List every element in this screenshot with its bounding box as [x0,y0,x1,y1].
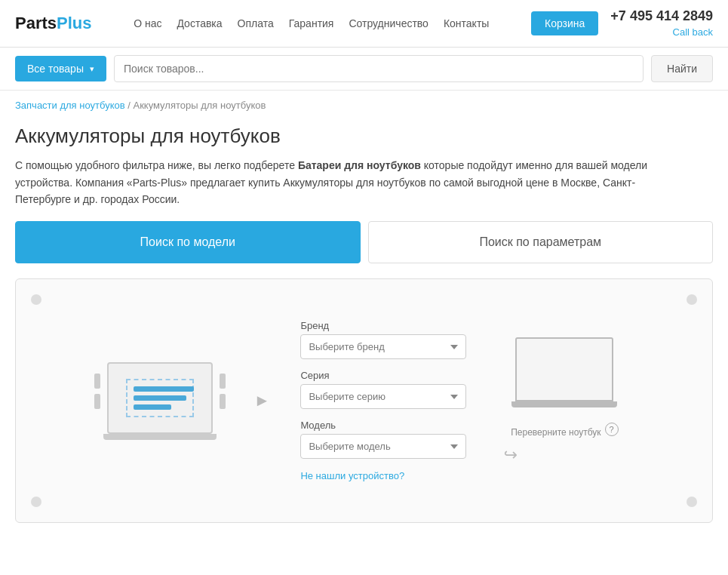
arrow-right-icon: ► [254,391,271,410]
brand-label: Бренд [300,320,466,331]
phone-number: +7 495 414 2849 [610,8,713,25]
widget-circle-tr [687,294,697,305]
nav-delivery[interactable]: Доставка [177,17,222,29]
all-goods-button[interactable]: Все товары ▾ [15,56,106,81]
nav-cooperation[interactable]: Сотрудничество [349,17,428,29]
series-group: Серия Выберите серию [300,370,466,409]
screen-line-3 [134,404,171,410]
side-handle-right-bottom [220,394,226,409]
all-goods-label: Все товары [27,63,84,75]
screen-line-1 [134,386,194,392]
page-description: С помощью удобного фильтра ниже, вы легк… [0,157,679,221]
screen-content [126,379,194,417]
brand-group: Бренд Выберите бренд [300,320,466,359]
finder-inner: ► Бренд Выберите бренд Серия Выберите се… [31,312,697,489]
logo: Parts Plus [15,14,92,33]
laptop-screen [107,362,213,434]
nav-payment[interactable]: Оплата [238,17,274,29]
logo-plus: Plus [57,14,91,33]
chevron-down-icon: ▾ [90,64,94,74]
widget-circle-br [687,497,697,507]
side-handle-left-top [94,374,100,389]
finder-form: Бренд Выберите бренд Серия Выберите сери… [300,320,466,481]
laptop-base-right [511,401,617,407]
search-input[interactable] [114,55,644,82]
logo-parts: Parts [15,14,57,33]
model-select[interactable]: Выберите модель [300,434,466,459]
series-label: Серия [300,370,466,381]
question-icon[interactable]: ? [605,423,619,436]
desc-bold: Батареи для ноутбуков [298,159,421,171]
phone-block: +7 495 414 2849 Call back [610,8,713,39]
side-handle-left-bottom [94,394,100,409]
tab-param-search[interactable]: Поиск по параметрам [368,221,714,263]
laptop-base [103,434,217,440]
callback-link[interactable]: Call back [673,26,713,38]
laptop-right [511,337,617,407]
flip-label: Переверните ноутбук [511,427,601,438]
model-label: Модель [300,420,466,431]
breadcrumb: Запчасти для ноутбуков / Аккумуляторы дл… [0,91,728,120]
search-button[interactable]: Найти [651,55,713,82]
nav-about[interactable]: О нас [134,17,161,29]
arrow-curved-icon: ↩ [504,445,518,465]
search-tabs: Поиск по модели Поиск по параметрам [0,221,728,278]
laptop-screen-right [515,337,613,401]
brand-select[interactable]: Выберите бренд [300,334,466,359]
desc-text-1: С помощью удобного фильтра ниже, вы легк… [15,159,298,171]
tab-model-search[interactable]: Поиск по модели [15,221,361,263]
finder-widget: ► Бренд Выберите бренд Серия Выберите се… [15,278,713,523]
breadcrumb-laptops[interactable]: Запчасти для ноутбуков [15,100,125,111]
model-group: Модель Выберите модель [300,420,466,459]
breadcrumb-current: Аккумуляторы для ноутбуков [133,100,266,111]
page-title: Аккумуляторы для ноутбуков [0,120,728,157]
cart-button[interactable]: Корзина [531,11,598,35]
screen-line-2 [134,395,186,401]
search-bar: Все товары ▾ Найти [0,48,728,91]
nav-guarantee[interactable]: Гарантия [289,17,334,29]
laptop-illustration-right: Переверните ноутбук ? ↩ [496,337,632,465]
side-handle-right-top [220,374,226,389]
nav-contacts[interactable]: Контакты [444,17,489,29]
not-found-link[interactable]: Не нашли устройство? [300,470,404,481]
laptop-illustration-left [96,362,224,440]
header: Parts Plus О нас Доставка Оплата Гаранти… [0,0,728,48]
series-select[interactable]: Выберите серию [300,384,466,409]
main-nav: О нас Доставка Оплата Гарантия Сотруднич… [134,17,489,29]
widget-circle-tl [31,294,41,305]
widget-circle-bl [31,497,41,507]
